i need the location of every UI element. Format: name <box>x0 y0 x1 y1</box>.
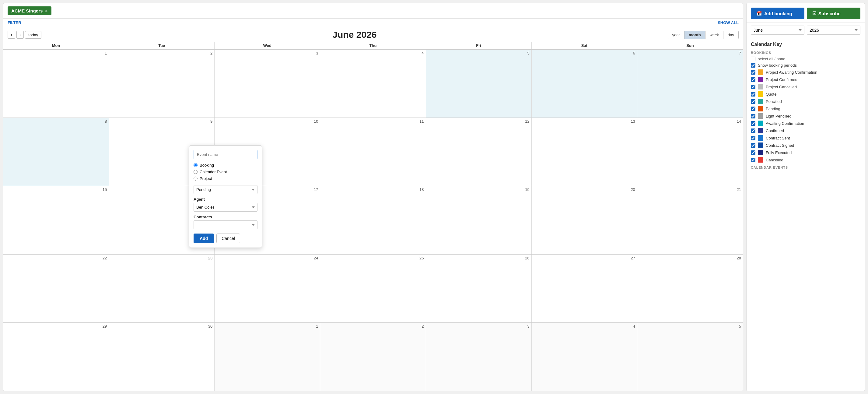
day-cell-2[interactable]: 2 <box>109 50 215 118</box>
add-event-popup: Booking Calendar Event Project Pending C… <box>189 145 262 248</box>
day-num: 1 <box>5 51 107 55</box>
view-day-button[interactable]: day <box>723 31 738 39</box>
add-booking-label: Add booking <box>764 11 792 16</box>
day-cell-4[interactable]: 4 <box>320 50 426 118</box>
calendar-icon: 📅 <box>756 11 762 16</box>
project-awaiting-checkbox[interactable] <box>751 70 755 74</box>
day-cell-11[interactable]: 11 <box>320 118 426 186</box>
day-cell-22[interactable]: 22 <box>3 254 109 323</box>
show-all-label[interactable]: SHOW ALL <box>718 21 739 25</box>
filter-label[interactable]: FILTER <box>8 21 21 25</box>
day-cell-18[interactable]: 18 <box>320 186 426 254</box>
agent-select[interactable]: Ben Coles <box>193 203 257 212</box>
subscribe-label: Subscribe <box>818 11 841 16</box>
month-selector[interactable]: JanuaryFebruaryMarch AprilMayJune JulyAu… <box>751 26 804 35</box>
quote-checkbox[interactable] <box>751 92 755 96</box>
contracts-select-row: Contracts <box>193 215 257 229</box>
light-pencilled-color <box>758 113 763 119</box>
pencilled-label: Pencilled <box>766 99 782 104</box>
day-headers: Mon Tue Wed Thu Fri Sat Sun <box>3 42 743 50</box>
key-light-pencilled: Light Pencilled <box>751 113 860 119</box>
light-pencilled-checkbox[interactable] <box>751 114 755 118</box>
day-cell-21[interactable]: 21 <box>637 186 743 254</box>
fully-executed-checkbox[interactable] <box>751 150 755 155</box>
tag-close-icon[interactable]: × <box>45 8 48 13</box>
day-header-tue: Tue <box>109 42 215 49</box>
add-booking-button[interactable]: 📅 Add booking <box>751 8 804 19</box>
day-cell-3[interactable]: 3 <box>215 50 320 118</box>
cancel-button[interactable]: Cancel <box>216 234 240 243</box>
show-booking-periods-checkbox[interactable] <box>751 63 755 68</box>
select-all-checkbox[interactable] <box>751 57 755 61</box>
confirmed-color <box>758 128 763 133</box>
day-cell-14[interactable]: 14 <box>637 118 743 186</box>
light-pencilled-label: Light Pencilled <box>766 114 792 118</box>
radio-booking[interactable]: Booking <box>193 163 257 168</box>
day-cell-29[interactable]: 29 <box>3 323 109 391</box>
day-cell-25[interactable]: 25 <box>320 254 426 323</box>
check-icon: ☑ <box>812 11 816 16</box>
day-cell-jul5[interactable]: 5 <box>637 323 743 391</box>
day-cell-28[interactable]: 28 <box>637 254 743 323</box>
prev-button[interactable]: ‹ <box>8 31 15 39</box>
pending-checkbox[interactable] <box>751 107 755 111</box>
day-cell-23[interactable]: 23 <box>109 254 215 323</box>
view-month-button[interactable]: month <box>684 31 706 39</box>
day-cell-15[interactable]: 15 <box>3 186 109 254</box>
week-row-3: 15 16 17 18 19 20 21 <box>3 186 743 254</box>
key-show-booking-periods: Show booking periods <box>751 63 860 68</box>
day-cell-12[interactable]: 12 <box>426 118 532 186</box>
day-cell-jul3[interactable]: 3 <box>426 323 532 391</box>
project-cancelled-checkbox[interactable] <box>751 85 755 89</box>
day-cell-19[interactable]: 19 <box>426 186 532 254</box>
next-button[interactable]: › <box>17 31 24 39</box>
subscribe-button[interactable]: ☑ Subscribe <box>807 8 860 19</box>
day-cell-6[interactable]: 6 <box>532 50 637 118</box>
radio-calendar-event[interactable]: Calendar Event <box>193 170 257 174</box>
contracts-select[interactable] <box>193 220 257 229</box>
day-cell-jul2[interactable]: 2 <box>320 323 426 391</box>
day-header-thu: Thu <box>320 42 426 49</box>
day-cell-8[interactable]: 8 <box>3 118 109 186</box>
event-name-input[interactable] <box>193 150 257 159</box>
day-cell-jul4[interactable]: 4 <box>532 323 637 391</box>
day-cell-1[interactable]: 1 <box>3 50 109 118</box>
day-cell-24[interactable]: 24 <box>215 254 320 323</box>
confirmed-checkbox[interactable] <box>751 128 755 133</box>
popup-actions: Add Cancel <box>193 234 257 243</box>
key-contract-sent: Contract Sent <box>751 135 860 141</box>
day-cell-27[interactable]: 27 <box>532 254 637 323</box>
day-cell-5[interactable]: 5 <box>426 50 532 118</box>
day-cell-20[interactable]: 20 <box>532 186 637 254</box>
cancelled-checkbox[interactable] <box>751 158 755 162</box>
top-bar: ACME Singers × <box>3 3 743 19</box>
day-cell-30[interactable]: 30 <box>109 323 215 391</box>
pencilled-checkbox[interactable] <box>751 99 755 104</box>
project-confirmed-label: Project Confirmed <box>766 77 797 82</box>
sidebar-top-actions: 📅 Add booking ☑ Subscribe <box>747 3 865 23</box>
agent-label: Agent <box>193 197 257 202</box>
agent-select-row: Agent Ben Coles <box>193 197 257 212</box>
right-sidebar: 📅 Add booking ☑ Subscribe JanuaryFebruar… <box>746 3 865 391</box>
radio-project[interactable]: Project <box>193 176 257 181</box>
pending-label: Pending <box>766 107 780 111</box>
tag-label: ACME Singers <box>11 8 42 13</box>
status-select[interactable]: Pending Confirmed Cancelled <box>193 185 257 194</box>
project-confirmed-checkbox[interactable] <box>751 77 755 82</box>
today-button[interactable]: today <box>25 31 41 39</box>
day-cell-26[interactable]: 26 <box>426 254 532 323</box>
day-cell-7[interactable]: 7 <box>637 50 743 118</box>
month-year-selectors: JanuaryFebruaryMarch AprilMayJune JulyAu… <box>747 23 865 38</box>
week-row-4: 22 23 24 25 26 27 28 <box>3 254 743 323</box>
add-button[interactable]: Add <box>193 234 214 243</box>
awaiting-confirmation-checkbox[interactable] <box>751 121 755 126</box>
contract-sent-checkbox[interactable] <box>751 136 755 140</box>
view-year-button[interactable]: year <box>668 31 684 39</box>
year-selector[interactable]: 2024202520262027 <box>807 26 860 35</box>
view-week-button[interactable]: week <box>706 31 723 39</box>
day-cell-jul1[interactable]: 1 <box>215 323 320 391</box>
acme-singers-tag[interactable]: ACME Singers × <box>8 6 52 15</box>
day-cell-13[interactable]: 13 <box>532 118 637 186</box>
contract-signed-checkbox[interactable] <box>751 143 755 148</box>
key-project-cancelled: Project Cancelled <box>751 84 860 90</box>
